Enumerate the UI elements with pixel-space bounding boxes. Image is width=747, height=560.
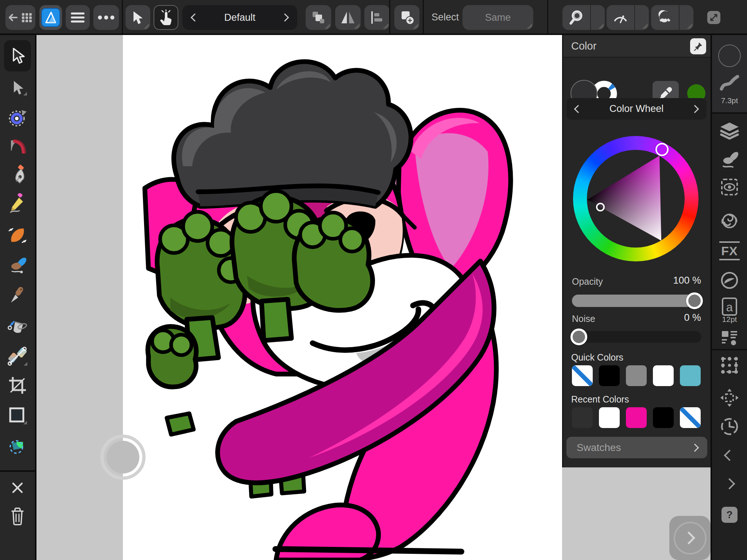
- panel-tab-navigator[interactable]: [712, 387, 747, 408]
- panel-tab-transform[interactable]: [712, 355, 747, 376]
- shade-selector[interactable]: [596, 203, 605, 211]
- pin-icon: [693, 42, 703, 51]
- zoom-options-button[interactable]: [591, 5, 605, 30]
- next-panel-button[interactable]: [712, 480, 747, 488]
- panel-tab-history[interactable]: [712, 416, 747, 437]
- panel-tab-styles[interactable]: [712, 211, 747, 231]
- tool-crop[interactable]: [0, 376, 35, 395]
- quick-colors-label: Quick Colors: [571, 352, 623, 363]
- back-arrow-grid-icon: [7, 10, 34, 25]
- color-wheel[interactable]: [573, 136, 698, 261]
- recent-color-swatch[interactable]: [626, 407, 647, 428]
- tool-point-transform[interactable]: [0, 107, 35, 128]
- tool-corner[interactable]: [0, 137, 35, 157]
- flip-button[interactable]: [335, 5, 361, 30]
- quick-color-swatch[interactable]: [680, 365, 701, 386]
- recent-color-swatch[interactable]: [572, 407, 593, 428]
- tool-fill[interactable]: [0, 315, 35, 337]
- toggle-panel-button[interactable]: [707, 11, 720, 24]
- quick-color-swatch[interactable]: [653, 365, 674, 386]
- snapping-button[interactable]: [651, 5, 679, 30]
- panel-tab-brushes[interactable]: [712, 150, 747, 170]
- pen-tool-icon: [7, 165, 28, 185]
- menu-button[interactable]: [66, 5, 90, 30]
- tool-pen[interactable]: [0, 165, 35, 185]
- panel-tab-effects[interactable]: FX: [719, 241, 740, 260]
- none-swatch[interactable]: [572, 365, 593, 386]
- panel-tab-adjustments[interactable]: [712, 271, 747, 290]
- noise-slider-thumb[interactable]: [570, 328, 587, 345]
- performance-button[interactable]: [607, 5, 634, 30]
- chevron-left-icon[interactable]: [574, 105, 582, 113]
- hue-selector[interactable]: [655, 143, 669, 156]
- swatches-button[interactable]: Swatches: [566, 437, 707, 458]
- move-tool-icon: [7, 46, 28, 66]
- pencil-tool-icon: [7, 193, 28, 214]
- same-button[interactable]: Same: [462, 5, 533, 30]
- color-indicator-circle[interactable]: [718, 44, 741, 67]
- touch-gestures-button[interactable]: [154, 5, 178, 30]
- panel-tab-paragraph[interactable]: [712, 330, 747, 346]
- chevron-right-icon: [724, 478, 735, 489]
- gauge-tool-group: [607, 5, 649, 30]
- opacity-value: 100 %: [673, 275, 701, 286]
- duplicate-plus-icon: [399, 10, 415, 25]
- tool-paint-brush[interactable]: [0, 255, 35, 276]
- color-mode-selector[interactable]: Color Wheel: [566, 98, 707, 120]
- zoom-tool-button[interactable]: [562, 5, 590, 30]
- tool-pencil[interactable]: [0, 193, 35, 214]
- quick-color-swatch[interactable]: [599, 365, 620, 386]
- quick-color-swatch[interactable]: [626, 365, 647, 386]
- noise-value: 0 %: [684, 312, 701, 323]
- panel-tab-media[interactable]: [712, 177, 747, 197]
- tool-node[interactable]: [0, 78, 35, 98]
- recent-color-swatch[interactable]: [653, 407, 674, 428]
- help-button[interactable]: ?: [721, 507, 738, 523]
- snapping-options-button[interactable]: [680, 5, 693, 30]
- recent-colors-label: Recent Colors: [571, 394, 629, 405]
- fill-bucket-tool-icon: [7, 315, 28, 337]
- touch-puck[interactable]: [100, 435, 146, 480]
- tap-hand-icon: [158, 9, 174, 26]
- recent-color-swatch[interactable]: [599, 407, 620, 428]
- tool-vector-brush[interactable]: [0, 225, 35, 246]
- app-button[interactable]: [39, 5, 62, 30]
- same-button-label: Same: [485, 12, 511, 23]
- preset-selector[interactable]: Default: [182, 5, 297, 30]
- performance-options-button[interactable]: [635, 5, 649, 30]
- opacity-slider-thumb[interactable]: [686, 292, 703, 309]
- back-home-button[interactable]: [5, 5, 35, 30]
- select-tool-button[interactable]: [125, 5, 150, 30]
- insert-button[interactable]: [394, 5, 419, 30]
- opacity-slider[interactable]: [572, 295, 701, 307]
- paint-brush-tool-icon: [7, 255, 28, 276]
- next-page-button[interactable]: [669, 516, 711, 560]
- tool-move[interactable]: [0, 46, 35, 66]
- artboard[interactable]: [123, 35, 562, 560]
- trash-icon: [9, 507, 26, 526]
- align-button[interactable]: [364, 5, 390, 30]
- stroke-preview-section: 7.3pt: [712, 35, 747, 114]
- chevron-right-icon[interactable]: [691, 105, 699, 113]
- stroke-style-button[interactable]: [712, 74, 747, 91]
- none-swatch[interactable]: [680, 407, 701, 428]
- tool-gradient[interactable]: [0, 345, 35, 366]
- more-options-button[interactable]: [93, 5, 119, 30]
- color-panel: Color Color W: [562, 35, 711, 467]
- tool-knife[interactable]: [0, 285, 35, 306]
- panel-tab-layers[interactable]: [712, 122, 747, 141]
- delete-button[interactable]: [0, 507, 35, 526]
- question-mark-icon: ?: [726, 509, 732, 521]
- tool-selection-brush[interactable]: [0, 435, 35, 456]
- pin-panel-button[interactable]: [690, 38, 706, 54]
- chevron-right-icon[interactable]: [281, 13, 289, 22]
- chevron-left-icon[interactable]: [191, 13, 199, 22]
- noise-slider[interactable]: [572, 331, 701, 343]
- corner-tool-icon: [7, 137, 28, 157]
- cancel-button[interactable]: [0, 481, 35, 495]
- panel-tab-character[interactable]: a: [712, 297, 747, 317]
- tool-shape[interactable]: [0, 405, 35, 426]
- ellipsis-icon: [98, 15, 115, 20]
- arrange-button[interactable]: [306, 5, 331, 30]
- previous-panel-button[interactable]: [712, 451, 747, 459]
